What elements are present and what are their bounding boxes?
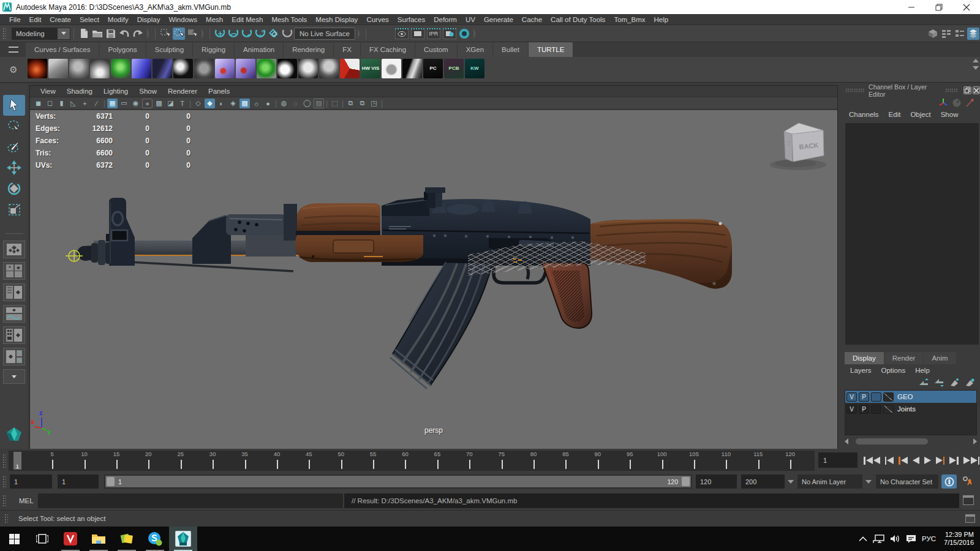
isolate-icon[interactable]: ⬚: [330, 99, 340, 108]
panel-menu-item[interactable]: Show: [134, 88, 162, 95]
layer-editor-tab[interactable]: Render: [884, 352, 924, 364]
textured-icon[interactable]: ◈: [228, 99, 238, 108]
move-layer-up-icon[interactable]: [919, 378, 929, 387]
network-icon[interactable]: [873, 534, 884, 544]
wireframe-icon[interactable]: ◇: [193, 99, 203, 108]
task-view-button[interactable]: [28, 527, 56, 551]
anim-layer-caret[interactable]: [865, 480, 872, 484]
step-forward-key-button[interactable]: [935, 454, 946, 467]
gear-icon[interactable]: ⚙: [0, 57, 27, 82]
channel-box-content[interactable]: [845, 123, 979, 345]
shelf-tab[interactable]: Sculpting: [146, 42, 193, 57]
layer-display-type[interactable]: [871, 392, 881, 402]
field-chart-icon[interactable]: ▩: [154, 99, 164, 108]
ao-icon[interactable]: ◍: [279, 99, 289, 108]
help-line-icon[interactable]: [965, 514, 975, 523]
separator[interactable]: |: [380, 99, 383, 108]
modeling-toolkit-icon[interactable]: [927, 28, 939, 40]
hyperbolic-icon[interactable]: [965, 98, 975, 108]
lights-icon[interactable]: ☼: [251, 99, 262, 108]
menu-item[interactable]: Select: [75, 16, 104, 23]
empty-layer-icon[interactable]: [949, 378, 960, 387]
shelf-tab[interactable]: Animation: [235, 42, 284, 57]
layout-persp-graph[interactable]: [3, 305, 25, 323]
dock-grip[interactable]: [945, 88, 959, 93]
command-input-field[interactable]: [38, 493, 343, 508]
dock-grip[interactable]: [845, 88, 865, 93]
viewport-canvas[interactable]: Verts:637100Edges:1261200Faces:660000Tri…: [30, 110, 837, 449]
playback-end-field[interactable]: 120: [696, 474, 737, 489]
bookmark-icon[interactable]: ▮: [56, 99, 67, 108]
play-forwards-button[interactable]: [923, 454, 932, 467]
panel-menu-item[interactable]: Panels: [203, 88, 235, 95]
layer-display-type[interactable]: [871, 405, 881, 414]
shelf-icon-primitives[interactable]: [48, 59, 68, 78]
shelf-icon-gray-blob[interactable]: [194, 59, 214, 78]
shelf-icon-green-sphere[interactable]: [111, 59, 130, 78]
shelf-icon-blue-grid[interactable]: [132, 59, 151, 78]
gate-mask-icon[interactable]: ●: [142, 99, 153, 108]
shelf-icon-green-sphere2[interactable]: [257, 59, 276, 78]
menu-item[interactable]: Windows: [164, 16, 202, 23]
shadows-icon[interactable]: ●: [263, 99, 273, 108]
layer-editor-tab[interactable]: Anim: [924, 352, 956, 364]
shelf-tab[interactable]: FX Caching: [361, 42, 415, 57]
layer-scrollbar[interactable]: [845, 438, 977, 445]
shelf-tab[interactable]: Polygons: [99, 42, 146, 57]
manipulator-icon[interactable]: [938, 98, 948, 108]
range-bar[interactable]: 1 120: [105, 476, 691, 487]
animation-start-field[interactable]: 1: [10, 474, 52, 489]
shelf-icon-crescent-sphere[interactable]: [90, 59, 110, 78]
layout-single-pane[interactable]: [3, 241, 25, 258]
shelf-icon-dot-sphere[interactable]: [298, 59, 318, 78]
sticky-notes-taskbar-icon[interactable]: [113, 527, 141, 551]
layer-color-swatch[interactable]: [883, 405, 894, 414]
layout-four-pane[interactable]: [3, 262, 25, 280]
wireframe-on-shaded-icon[interactable]: ◐: [216, 99, 227, 108]
brush-icon[interactable]: ∕: [91, 99, 102, 108]
time-slider-track[interactable]: 5101520253035404550556065707580859095100…: [9, 451, 815, 471]
language-indicator[interactable]: РУС: [922, 535, 936, 542]
snap-point-icon[interactable]: [241, 28, 253, 40]
snap-view-plane-icon[interactable]: [268, 28, 280, 40]
menu-item[interactable]: Call of Duty Tools: [546, 16, 609, 23]
motion-blur-icon[interactable]: ◌: [290, 99, 301, 108]
speed-icon[interactable]: [952, 98, 962, 108]
tool-settings-icon[interactable]: [954, 28, 966, 40]
layout-hypershade-persp[interactable]: [3, 326, 25, 344]
panel-menu-item[interactable]: Renderer: [162, 88, 203, 95]
redo-icon[interactable]: [132, 28, 144, 40]
animation-preferences-button[interactable]: [960, 474, 975, 489]
paint-select-tool[interactable]: [3, 137, 25, 157]
layer-playback-toggle[interactable]: P: [859, 392, 869, 402]
shelf-icon-figures[interactable]: [173, 59, 193, 78]
select-object-icon[interactable]: [173, 28, 185, 40]
film-gate2-icon[interactable]: ▭: [119, 99, 129, 108]
rotate-tool[interactable]: [3, 178, 25, 199]
clock[interactable]: 12:39 PM 7/15/2016: [944, 531, 974, 547]
shelf-tab[interactable]: FX: [334, 42, 361, 57]
start-button[interactable]: [0, 527, 28, 551]
film-gate-icon[interactable]: ◻: [45, 99, 55, 108]
select-tool[interactable]: [3, 95, 25, 116]
snap-projected-center-icon[interactable]: [254, 28, 266, 40]
camera-icon[interactable]: ◼: [33, 99, 43, 108]
menu-item[interactable]: Mesh Tools: [267, 16, 311, 23]
new-scene-icon[interactable]: [78, 28, 90, 40]
menu-item[interactable]: Edit Mesh: [227, 16, 267, 23]
scale-tool[interactable]: [3, 199, 25, 220]
move-layer-down-icon[interactable]: [934, 378, 944, 387]
shelf-icon-sphere[interactable]: [69, 59, 89, 78]
layer-visible-toggle[interactable]: V: [846, 405, 857, 414]
step-forward-frame-button[interactable]: [948, 454, 960, 467]
save-scene-icon[interactable]: [105, 28, 117, 40]
animation-end-field[interactable]: 200: [741, 474, 785, 489]
menu-item[interactable]: Help: [650, 16, 673, 23]
shelf-tab[interactable]: Curves / Surfaces: [26, 42, 99, 57]
grip-handle[interactable]: [2, 453, 6, 469]
make-live-icon[interactable]: [281, 28, 293, 40]
resolution-gate-icon[interactable]: ◉: [130, 99, 141, 108]
shelf-tab[interactable]: Bullet: [493, 42, 529, 57]
channel-box-menu-item[interactable]: Channels: [844, 111, 884, 118]
volume-icon[interactable]: [890, 534, 900, 543]
